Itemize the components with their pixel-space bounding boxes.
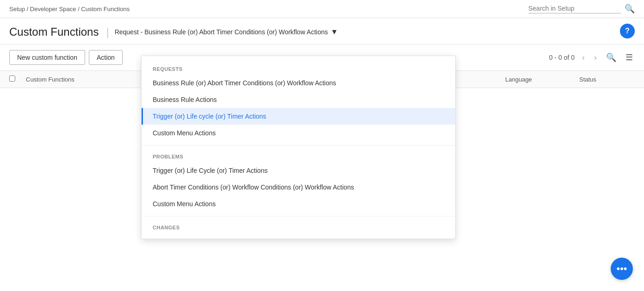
- dropdown-item-business-rule-abort[interactable]: Business Rule (or) Abort Timer Condition…: [142, 75, 455, 88]
- search-container: 🔍: [528, 4, 635, 14]
- search-icon[interactable]: 🔍: [625, 4, 635, 14]
- select-all-checkbox[interactable]: [9, 76, 26, 83]
- help-button[interactable]: ?: [620, 24, 635, 38]
- search-table-button[interactable]: 🔍: [604, 51, 618, 63]
- col-header-language: Language: [505, 76, 579, 83]
- chevron-down-icon: ▼: [331, 28, 338, 36]
- action-button[interactable]: Action: [89, 50, 123, 65]
- page-header: Custom Functions | Request - Business Ru…: [0, 18, 644, 44]
- pagination-info: 0 - 0 of 0: [549, 54, 575, 61]
- category-dropdown: REQUESTS Business Rule (or) Abort Timer …: [141, 56, 456, 88]
- top-bar: Setup / Developer Space / Custom Functio…: [0, 0, 644, 18]
- next-page-button[interactable]: ›: [592, 52, 599, 63]
- new-custom-function-button[interactable]: New custom function: [9, 50, 85, 65]
- dropdown-scroll-area[interactable]: REQUESTS Business Rule (or) Abort Timer …: [142, 56, 455, 88]
- col-header-status: Status: [579, 76, 635, 83]
- prev-page-button[interactable]: ‹: [580, 52, 587, 63]
- breadcrumb: Setup / Developer Space / Custom Functio…: [9, 6, 130, 13]
- search-input[interactable]: [528, 5, 621, 12]
- column-settings-button[interactable]: ☰: [624, 51, 635, 63]
- search-input-wrap: [528, 5, 621, 13]
- category-label: Request - Business Rule (or) Abort Timer…: [115, 28, 328, 36]
- checkbox-all[interactable]: [9, 76, 15, 82]
- section-header-requests: REQUESTS: [142, 62, 455, 75]
- separator: |: [106, 25, 109, 38]
- toolbar-right: 0 - 0 of 0 ‹ › 🔍 ☰: [549, 51, 635, 63]
- page-title: Custom Functions: [9, 25, 99, 38]
- category-dropdown-trigger[interactable]: Request - Business Rule (or) Abort Timer…: [115, 28, 338, 36]
